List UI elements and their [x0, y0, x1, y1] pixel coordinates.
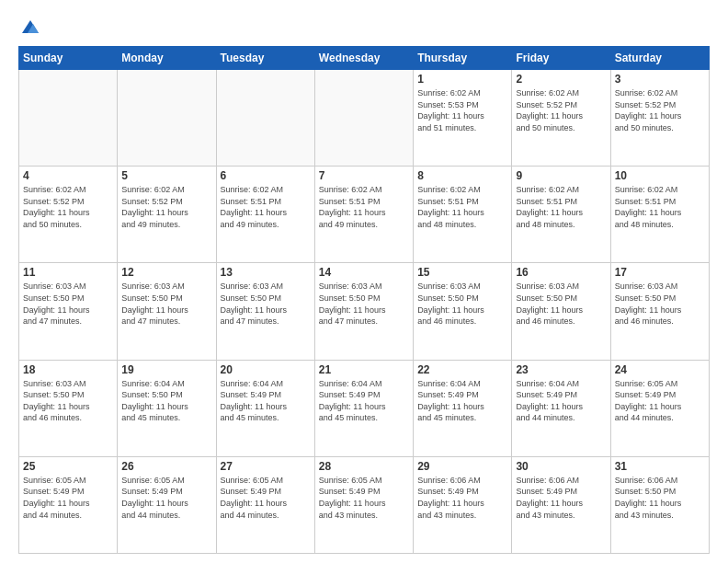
calendar-cell: 14Sunrise: 6:03 AM Sunset: 5:50 PM Dayli…	[314, 263, 413, 360]
calendar-header-row: SundayMondayTuesdayWednesdayThursdayFrid…	[19, 47, 710, 70]
day-info: Sunrise: 6:03 AM Sunset: 5:50 PM Dayligh…	[23, 281, 113, 327]
day-number: 22	[417, 363, 507, 376]
calendar-cell	[216, 70, 314, 167]
day-info: Sunrise: 6:03 AM Sunset: 5:50 PM Dayligh…	[417, 281, 507, 327]
calendar-cell: 23Sunrise: 6:04 AM Sunset: 5:49 PM Dayli…	[512, 360, 610, 456]
day-info: Sunrise: 6:05 AM Sunset: 5:49 PM Dayligh…	[221, 475, 311, 521]
day-info: Sunrise: 6:06 AM Sunset: 5:49 PM Dayligh…	[516, 475, 606, 521]
day-info: Sunrise: 6:04 AM Sunset: 5:50 PM Dayligh…	[121, 378, 211, 424]
day-info: Sunrise: 6:03 AM Sunset: 5:50 PM Dayligh…	[319, 281, 409, 327]
calendar-cell: 9Sunrise: 6:02 AM Sunset: 5:51 PM Daylig…	[512, 167, 610, 263]
logo	[18, 17, 40, 37]
day-number: 29	[417, 460, 507, 473]
day-info: Sunrise: 6:05 AM Sunset: 5:49 PM Dayligh…	[23, 475, 113, 521]
calendar-cell: 5Sunrise: 6:02 AM Sunset: 5:52 PM Daylig…	[118, 167, 216, 263]
day-number: 30	[516, 460, 606, 473]
calendar-cell: 22Sunrise: 6:04 AM Sunset: 5:49 PM Dayli…	[414, 360, 512, 456]
day-info: Sunrise: 6:03 AM Sunset: 5:50 PM Dayligh…	[23, 378, 113, 424]
calendar-week-row: 18Sunrise: 6:03 AM Sunset: 5:50 PM Dayli…	[19, 360, 710, 456]
calendar-cell: 28Sunrise: 6:05 AM Sunset: 5:49 PM Dayli…	[314, 456, 413, 553]
calendar-cell: 8Sunrise: 6:02 AM Sunset: 5:51 PM Daylig…	[414, 167, 512, 263]
day-number: 27	[221, 460, 311, 473]
day-number: 4	[23, 169, 113, 182]
day-info: Sunrise: 6:03 AM Sunset: 5:50 PM Dayligh…	[221, 281, 311, 327]
calendar-day-header: Sunday	[19, 47, 118, 70]
calendar-cell: 13Sunrise: 6:03 AM Sunset: 5:50 PM Dayli…	[216, 263, 314, 360]
day-number: 20	[221, 363, 311, 376]
calendar-day-header: Wednesday	[314, 47, 413, 70]
day-number: 2	[516, 73, 606, 86]
day-info: Sunrise: 6:05 AM Sunset: 5:49 PM Dayligh…	[319, 475, 409, 521]
calendar-cell	[314, 70, 413, 167]
day-info: Sunrise: 6:04 AM Sunset: 5:49 PM Dayligh…	[417, 378, 507, 424]
day-number: 16	[516, 266, 606, 279]
day-info: Sunrise: 6:03 AM Sunset: 5:50 PM Dayligh…	[516, 281, 606, 327]
calendar-cell: 16Sunrise: 6:03 AM Sunset: 5:50 PM Dayli…	[512, 263, 610, 360]
day-info: Sunrise: 6:02 AM Sunset: 5:52 PM Dayligh…	[516, 87, 606, 133]
calendar-cell: 11Sunrise: 6:03 AM Sunset: 5:50 PM Dayli…	[19, 263, 118, 360]
calendar-cell: 25Sunrise: 6:05 AM Sunset: 5:49 PM Dayli…	[19, 456, 118, 553]
day-info: Sunrise: 6:04 AM Sunset: 5:49 PM Dayligh…	[221, 378, 311, 424]
day-number: 13	[221, 266, 311, 279]
day-number: 14	[319, 266, 409, 279]
day-number: 3	[615, 73, 705, 86]
calendar-day-header: Saturday	[610, 47, 709, 70]
calendar-week-row: 11Sunrise: 6:03 AM Sunset: 5:50 PM Dayli…	[19, 263, 710, 360]
day-info: Sunrise: 6:06 AM Sunset: 5:49 PM Dayligh…	[417, 475, 507, 521]
day-info: Sunrise: 6:02 AM Sunset: 5:51 PM Dayligh…	[615, 184, 705, 230]
day-number: 1	[417, 73, 507, 86]
day-number: 15	[417, 266, 507, 279]
day-info: Sunrise: 6:02 AM Sunset: 5:52 PM Dayligh…	[615, 87, 705, 133]
day-info: Sunrise: 6:02 AM Sunset: 5:51 PM Dayligh…	[417, 184, 507, 230]
calendar-day-header: Friday	[512, 47, 610, 70]
calendar-cell	[19, 70, 118, 167]
day-number: 12	[121, 266, 211, 279]
calendar-cell: 30Sunrise: 6:06 AM Sunset: 5:49 PM Dayli…	[512, 456, 610, 553]
day-number: 21	[319, 363, 409, 376]
calendar-cell: 15Sunrise: 6:03 AM Sunset: 5:50 PM Dayli…	[414, 263, 512, 360]
day-number: 8	[417, 169, 507, 182]
day-info: Sunrise: 6:05 AM Sunset: 5:49 PM Dayligh…	[121, 475, 211, 521]
day-number: 25	[23, 460, 113, 473]
calendar-cell: 6Sunrise: 6:02 AM Sunset: 5:51 PM Daylig…	[216, 167, 314, 263]
day-info: Sunrise: 6:04 AM Sunset: 5:49 PM Dayligh…	[319, 378, 409, 424]
page: SundayMondayTuesdayWednesdayThursdayFrid…	[0, 0, 728, 563]
day-info: Sunrise: 6:02 AM Sunset: 5:52 PM Dayligh…	[23, 184, 113, 230]
calendar-week-row: 4Sunrise: 6:02 AM Sunset: 5:52 PM Daylig…	[19, 167, 710, 263]
day-info: Sunrise: 6:02 AM Sunset: 5:51 PM Dayligh…	[221, 184, 311, 230]
calendar-cell: 26Sunrise: 6:05 AM Sunset: 5:49 PM Dayli…	[118, 456, 216, 553]
calendar-cell: 1Sunrise: 6:02 AM Sunset: 5:53 PM Daylig…	[414, 70, 512, 167]
day-number: 19	[121, 363, 211, 376]
calendar-cell: 2Sunrise: 6:02 AM Sunset: 5:52 PM Daylig…	[512, 70, 610, 167]
day-number: 18	[23, 363, 113, 376]
day-number: 23	[516, 363, 606, 376]
day-number: 26	[121, 460, 211, 473]
calendar-day-header: Tuesday	[216, 47, 314, 70]
day-info: Sunrise: 6:05 AM Sunset: 5:49 PM Dayligh…	[615, 378, 705, 424]
day-info: Sunrise: 6:02 AM Sunset: 5:53 PM Dayligh…	[417, 87, 507, 133]
day-info: Sunrise: 6:02 AM Sunset: 5:51 PM Dayligh…	[516, 184, 606, 230]
day-info: Sunrise: 6:02 AM Sunset: 5:51 PM Dayligh…	[319, 184, 409, 230]
calendar-cell: 4Sunrise: 6:02 AM Sunset: 5:52 PM Daylig…	[19, 167, 118, 263]
calendar-day-header: Thursday	[414, 47, 512, 70]
calendar-cell: 29Sunrise: 6:06 AM Sunset: 5:49 PM Dayli…	[414, 456, 512, 553]
day-info: Sunrise: 6:04 AM Sunset: 5:49 PM Dayligh…	[516, 378, 606, 424]
day-info: Sunrise: 6:06 AM Sunset: 5:50 PM Dayligh…	[615, 475, 705, 521]
day-number: 7	[319, 169, 409, 182]
logo-icon	[20, 17, 40, 37]
calendar-cell: 17Sunrise: 6:03 AM Sunset: 5:50 PM Dayli…	[610, 263, 709, 360]
calendar-cell: 24Sunrise: 6:05 AM Sunset: 5:49 PM Dayli…	[610, 360, 709, 456]
day-number: 11	[23, 266, 113, 279]
day-number: 5	[121, 169, 211, 182]
calendar-cell: 27Sunrise: 6:05 AM Sunset: 5:49 PM Dayli…	[216, 456, 314, 553]
calendar-cell: 20Sunrise: 6:04 AM Sunset: 5:49 PM Dayli…	[216, 360, 314, 456]
calendar-week-row: 1Sunrise: 6:02 AM Sunset: 5:53 PM Daylig…	[19, 70, 710, 167]
calendar-day-header: Monday	[118, 47, 216, 70]
calendar-cell: 10Sunrise: 6:02 AM Sunset: 5:51 PM Dayli…	[610, 167, 709, 263]
calendar-cell: 7Sunrise: 6:02 AM Sunset: 5:51 PM Daylig…	[314, 167, 413, 263]
calendar-cell: 31Sunrise: 6:06 AM Sunset: 5:50 PM Dayli…	[610, 456, 709, 553]
day-number: 6	[221, 169, 311, 182]
calendar-cell	[118, 70, 216, 167]
calendar-cell: 19Sunrise: 6:04 AM Sunset: 5:50 PM Dayli…	[118, 360, 216, 456]
calendar-table: SundayMondayTuesdayWednesdayThursdayFrid…	[18, 46, 710, 554]
